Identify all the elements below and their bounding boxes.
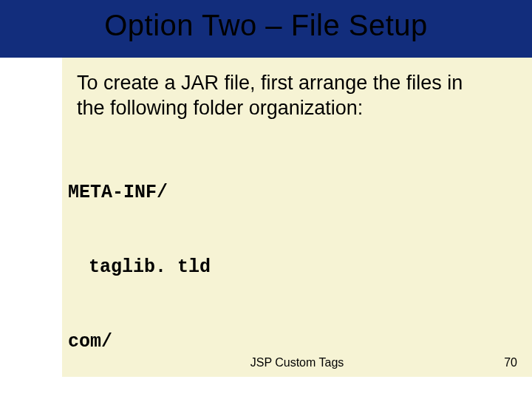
footer-label: JSP Custom Tags [62, 356, 532, 369]
body-panel: To create a JAR file, first arrange the … [62, 58, 532, 377]
slide-title: Option Two – File Setup [0, 9, 532, 42]
code-line: taglib. tld [68, 255, 260, 280]
lead-paragraph: To create a JAR file, first arrange the … [77, 71, 491, 121]
code-line: META-INF/ [68, 180, 260, 205]
slide: Option Two – File Setup To create a JAR … [0, 0, 532, 399]
code-line: com/ [68, 330, 260, 355]
page-number: 70 [504, 356, 517, 369]
